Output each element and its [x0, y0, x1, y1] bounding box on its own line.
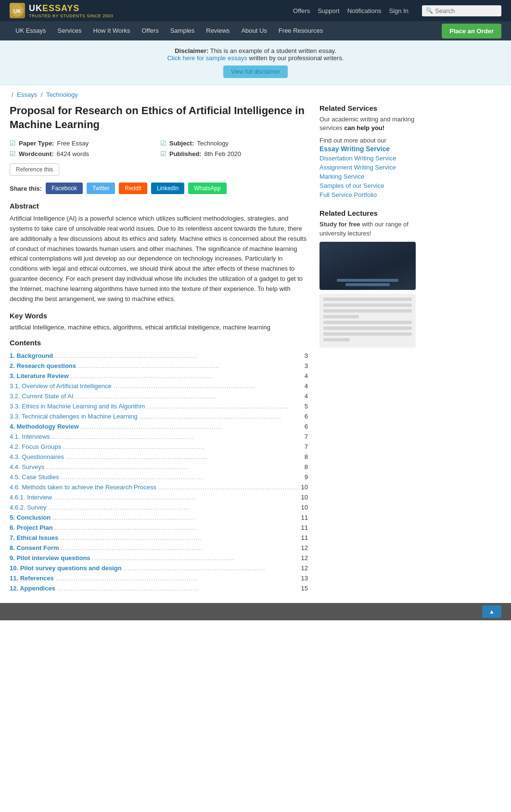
toc-item: 4.4. Surveys............................…: [10, 462, 308, 472]
toc-link[interactable]: 12. Appendices: [10, 585, 55, 592]
disclaimer-written-by: written by our professional writers.: [249, 54, 344, 62]
toc-dots: ........................................…: [71, 372, 303, 380]
toc-link[interactable]: 4.2. Focus Groups: [10, 443, 61, 450]
toc-dots: ........................................…: [124, 564, 299, 572]
toc-page: 4: [305, 372, 308, 380]
samples-link[interactable]: Samples of our Service: [319, 181, 416, 190]
toc-link[interactable]: 3.3. Technical challenges in Machine Lea…: [10, 413, 138, 420]
search-input[interactable]: [435, 7, 498, 14]
toc-page: 4: [305, 393, 308, 400]
toc-item: 4.6.1. Interview........................…: [10, 492, 308, 502]
nav-uk-essays[interactable]: UK Essays: [10, 21, 52, 40]
toc-dots: ........................................…: [55, 352, 302, 359]
toc-page: 8: [305, 453, 308, 460]
marking-link[interactable]: Marking Service: [319, 172, 416, 181]
toc-dots: ........................................…: [63, 443, 303, 450]
dissertation-link[interactable]: Dissertation Writing Service: [319, 154, 416, 163]
toc-dots: ........................................…: [92, 554, 299, 562]
nav-reviews[interactable]: Reviews: [200, 21, 235, 40]
toc-item: 4.1. Interviews.........................…: [10, 432, 308, 442]
nav-offers[interactable]: Offers: [293, 7, 310, 14]
logo-icon: UK: [10, 3, 25, 18]
disclaimer-sample-link[interactable]: Click here for sample essays: [167, 54, 247, 62]
toc-page: 11: [301, 514, 308, 521]
nav-how-it-works[interactable]: How It Works: [87, 21, 136, 40]
toc-item: 5. Conclusion...........................…: [10, 512, 308, 523]
toc-link[interactable]: 5. Conclusion: [10, 514, 51, 521]
toc-link[interactable]: 3.3. Ethics in Machine Learning and its …: [10, 403, 145, 410]
toc-dots: ........................................…: [49, 504, 299, 511]
meta-paper-type: ☑ Paper Type: Free Essay: [10, 139, 157, 147]
meta-wordcount: ☑ Wordcount: 6424 words: [10, 150, 157, 157]
meta-grid: ☑ Paper Type: Free Essay ☑ Subject: Tech…: [10, 139, 308, 157]
view-disclaimer-button[interactable]: View full disclaimer: [223, 65, 288, 78]
abstract-text: Artificial Intelligence (AI) is a powerf…: [10, 214, 308, 304]
toc-page: 12: [301, 554, 308, 562]
related-services-desc: Our academic writing and marking service…: [319, 115, 416, 132]
toc-page: 12: [301, 564, 308, 572]
nav-notifications[interactable]: Notifications: [347, 7, 382, 14]
footer-button[interactable]: ▲: [482, 605, 501, 618]
toc-item: 10. Pilot survey questions and design...…: [10, 563, 308, 573]
toc-link[interactable]: 3.1. Overview of Artificial Intelligence: [10, 382, 112, 390]
toc-link[interactable]: 4. Methodology Review: [10, 423, 79, 430]
toc-link[interactable]: 6. Project Plan: [10, 524, 53, 531]
share-label: Share this:: [10, 185, 42, 192]
toc-link[interactable]: 1. Background: [10, 352, 53, 359]
sidebar: Related Services Our academic writing an…: [319, 104, 416, 593]
toc-link[interactable]: 10. Pilot survey questions and design: [10, 564, 122, 572]
toc-link[interactable]: 4.6. Methods taken to achieve the Resear…: [10, 484, 156, 491]
toc-dots: ........................................…: [55, 524, 299, 531]
main-content: Proposal for Research on Ethics of Artif…: [10, 104, 308, 593]
meta-subject: ☑ Subject: Technology: [160, 139, 308, 147]
breadcrumb: / Essays / Technology: [0, 85, 511, 104]
wordcount-label: Wordcount:: [19, 150, 54, 157]
breadcrumb-technology[interactable]: Technology: [46, 91, 78, 98]
share-reddit-button[interactable]: Reddit: [119, 183, 147, 194]
check-icon-published: ☑: [160, 150, 166, 157]
toc-link[interactable]: 11. References: [10, 575, 54, 582]
published-value: 8th Feb 2020: [204, 150, 241, 157]
toc-link[interactable]: 9. Pilot interview questions: [10, 554, 90, 562]
logo-area: UK UKESSAYS TRUSTED BY STUDENTS SINCE 20…: [10, 3, 113, 18]
toc-page: 6: [305, 423, 308, 430]
toc-dots: ........................................…: [75, 393, 303, 400]
toc-dots: ........................................…: [78, 362, 303, 369]
toc-link[interactable]: 7. Ethical Issues: [10, 534, 58, 541]
nav-services[interactable]: Services: [52, 21, 88, 40]
toc-item: 3. Literature Review....................…: [10, 371, 308, 381]
toc-link[interactable]: 4.4. Surveys: [10, 463, 44, 471]
share-whatsapp-button[interactable]: WhatsApp: [188, 183, 226, 194]
toc-link[interactable]: 4.3. Questionnaires: [10, 453, 64, 460]
breadcrumb-essays[interactable]: Essays: [17, 91, 37, 98]
nav-samples[interactable]: Samples: [165, 21, 201, 40]
toc-link[interactable]: 4.6.1. Interview: [10, 494, 52, 501]
place-order-button[interactable]: Place an Order: [442, 24, 501, 39]
nav-sign-in[interactable]: Sign In: [389, 7, 409, 14]
nav-free-resources[interactable]: Free Resources: [273, 21, 329, 40]
toc-link[interactable]: 8. Consent Form: [10, 544, 59, 551]
toc-dots: ........................................…: [61, 544, 299, 551]
toc-item: 4.5. Case Studies.......................…: [10, 472, 308, 482]
toc-link[interactable]: 4.1. Interviews: [10, 433, 50, 440]
toc-page: 7: [305, 433, 308, 440]
nav-about-us[interactable]: About Us: [235, 21, 272, 40]
nav-support[interactable]: Support: [318, 7, 340, 14]
share-facebook-button[interactable]: Facebook: [46, 183, 83, 194]
toc-link[interactable]: 4.5. Case Studies: [10, 473, 59, 481]
toc-link[interactable]: 3. Literature Review: [10, 372, 69, 380]
assignment-link[interactable]: Assignment Writing Service: [319, 163, 416, 172]
nav-offers[interactable]: Offers: [136, 21, 165, 40]
toc-page: 15: [301, 585, 308, 592]
essay-writing-link[interactable]: Essay Writing Service: [319, 144, 416, 154]
toc-link[interactable]: 2. Research questions: [10, 362, 76, 369]
toc-page: 10: [301, 494, 308, 501]
toc-link[interactable]: 3.2. Current State of AI: [10, 393, 73, 400]
full-portfolio-link[interactable]: Full Service Portfolio: [319, 190, 416, 199]
content-area: Proposal for Research on Ethics of Artif…: [0, 104, 511, 603]
share-linkedin-button[interactable]: LinkedIn: [151, 183, 184, 194]
share-twitter-button[interactable]: Twitter: [87, 183, 115, 194]
disclaimer-banner: Disclaimer: This is an example of a stud…: [0, 40, 511, 85]
reference-button[interactable]: Reference this: [10, 163, 59, 176]
toc-link[interactable]: 4.6.2. Survey: [10, 504, 47, 511]
